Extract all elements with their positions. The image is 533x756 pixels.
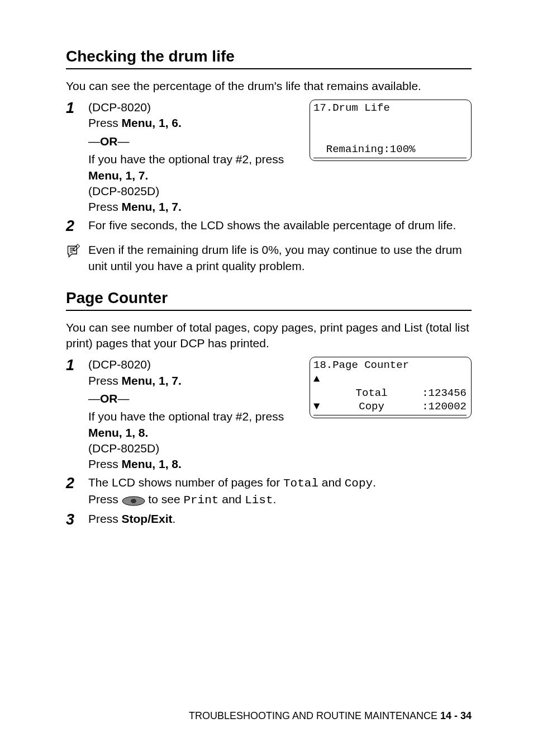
press-line: Press Menu, 1, 8. bbox=[88, 456, 297, 472]
step-1-drum-body: (DCP-8020) Press Menu, 1, 6. —OR— If you… bbox=[88, 100, 297, 215]
step-2-drum-body: For five seconds, the LCD shows the avai… bbox=[88, 218, 472, 233]
intro-drum-life: You can see the percentage of the drum's… bbox=[66, 78, 472, 94]
model-label: (DCP-8020) bbox=[88, 357, 297, 372]
down-arrow-icon: ▼ bbox=[313, 400, 321, 414]
step-1-counter-body: (DCP-8020) Press Menu, 1, 7. —OR— If you… bbox=[88, 357, 297, 472]
nav-oval-icon bbox=[122, 492, 145, 508]
step-number: 2 bbox=[66, 218, 88, 235]
heading-drum-life: Checking the drum life bbox=[66, 46, 472, 69]
step-2-counter: 2 The LCD shows number of pages for Tota… bbox=[66, 475, 472, 509]
step-3-counter: 3 Press Stop/Exit. bbox=[66, 511, 472, 528]
or-separator: —OR— bbox=[88, 391, 297, 407]
step-3-counter-body: Press Stop/Exit. bbox=[88, 511, 472, 527]
step-number: 1 bbox=[66, 357, 88, 374]
step-2-counter-body: The LCD shows number of pages for Total … bbox=[88, 475, 472, 509]
or-separator: —OR— bbox=[88, 134, 297, 149]
note-body: Even if the remaining drum life is 0%, y… bbox=[88, 242, 472, 274]
step-2-drum: 2 For five seconds, the LCD shows the av… bbox=[66, 218, 472, 235]
step-1-counter: 1 (DCP-8020) Press Menu, 1, 7. —OR— If y… bbox=[66, 357, 472, 472]
note-icon bbox=[66, 242, 82, 263]
lcd-drum-life: 17.Drum Life Remaining:100% bbox=[310, 100, 472, 161]
step-1-drum: 1 (DCP-8020) Press Menu, 1, 6. —OR— If y… bbox=[66, 100, 472, 215]
model-label: (DCP-8025D) bbox=[88, 441, 297, 456]
model-label: (DCP-8020) bbox=[88, 100, 297, 115]
model-label: (DCP-8025D) bbox=[88, 183, 297, 199]
step-number: 3 bbox=[66, 511, 88, 528]
page-footer: TROUBLESHOOTING AND ROUTINE MAINTENANCE … bbox=[0, 709, 472, 722]
up-arrow-icon: ▲ bbox=[313, 372, 321, 386]
press-line: Press Menu, 1, 7. bbox=[88, 373, 297, 389]
step-number: 1 bbox=[66, 100, 88, 117]
tray-line: If you have the optional tray #2, press … bbox=[88, 152, 297, 183]
intro-page-counter: You can see number of total pages, copy … bbox=[66, 320, 472, 352]
step-number: 2 bbox=[66, 475, 88, 492]
heading-page-counter: Page Counter bbox=[66, 287, 472, 311]
svg-point-1 bbox=[131, 499, 136, 503]
press-line: Press Menu, 1, 7. bbox=[88, 199, 297, 215]
press-line: Press Menu, 1, 6. bbox=[88, 115, 297, 131]
note-drum: Even if the remaining drum life is 0%, y… bbox=[66, 242, 472, 274]
tray-line: If you have the optional tray #2, press … bbox=[88, 409, 297, 441]
lcd-page-counter: 18.Page Counter▲Total:123456▼Copy:120002 bbox=[310, 357, 472, 418]
